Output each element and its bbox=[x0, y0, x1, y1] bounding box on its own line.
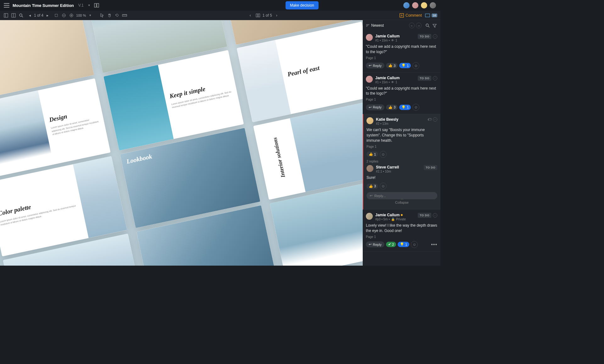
bulb-reaction[interactable]: 💡 1 bbox=[399, 105, 411, 110]
user-avatar-1[interactable] bbox=[403, 2, 410, 9]
card-title: Interior solutions bbox=[271, 137, 286, 178]
resolve-icon[interactable]: ✓ bbox=[433, 76, 437, 80]
comment-item-selected[interactable]: Katie Beesly #2 • 13m 🏷 ✓ We can't say "… bbox=[363, 114, 440, 210]
zoom-value[interactable]: 100 % bbox=[76, 14, 86, 17]
comment-text: Lovely view! I like the way the depth dr… bbox=[366, 223, 437, 234]
comment-meta: #p3 • 5m • bbox=[375, 218, 390, 221]
search-icon[interactable] bbox=[18, 13, 24, 18]
fit-icon[interactable] bbox=[53, 13, 59, 18]
svg-rect-19 bbox=[256, 14, 258, 17]
add-reaction-icon[interactable]: ☺ bbox=[380, 183, 387, 190]
spread-prev-icon[interactable]: ‹ bbox=[248, 13, 253, 18]
panel-split-icon[interactable] bbox=[11, 13, 16, 18]
thumbs-up-reaction[interactable]: 👍 3 bbox=[386, 105, 398, 110]
comment-author: Steve Carrell bbox=[376, 165, 421, 169]
svg-line-7 bbox=[22, 16, 23, 17]
comment-meta: #1 • 15m • bbox=[375, 80, 390, 84]
status-badge[interactable]: TO DO bbox=[418, 76, 431, 81]
comment-page: Page 1 bbox=[366, 56, 437, 60]
pointer-icon[interactable] bbox=[99, 13, 105, 18]
check-reaction[interactable]: ✔ 2 bbox=[386, 242, 396, 247]
zoom-out-icon[interactable] bbox=[61, 13, 67, 18]
svg-rect-0 bbox=[94, 3, 96, 7]
rotate-icon[interactable] bbox=[114, 13, 120, 18]
zoom-dropdown-icon[interactable]: ▼ bbox=[89, 14, 92, 17]
filter-icon[interactable] bbox=[432, 23, 437, 28]
add-reaction-icon[interactable]: ☺ bbox=[412, 104, 419, 111]
sort-dropdown[interactable]: Newest bbox=[366, 23, 406, 28]
screens-button[interactable]: 16 bbox=[425, 13, 437, 18]
ruler-icon[interactable] bbox=[122, 13, 127, 18]
resolve-icon[interactable]: ✓ bbox=[433, 213, 437, 218]
comment-item[interactable]: Jamie Callum #p3 • 5m •🔒Private TO DO ✓ … bbox=[363, 210, 440, 251]
sort-label: Newest bbox=[371, 23, 384, 28]
status-badge[interactable]: TO DO bbox=[418, 213, 431, 218]
comment-page: Page 1 bbox=[366, 235, 437, 239]
screens-count: 16 bbox=[432, 14, 437, 17]
avatar bbox=[366, 76, 373, 83]
add-reaction-icon[interactable]: ☺ bbox=[380, 151, 387, 158]
add-reaction-icon[interactable]: ☺ bbox=[411, 241, 418, 248]
spread-indicator: 1 of 5 bbox=[263, 13, 272, 18]
card-title: Pearl of east bbox=[287, 55, 363, 78]
make-decision-button[interactable]: Make decision bbox=[286, 1, 319, 9]
page-next-icon[interactable]: ▸ bbox=[45, 13, 50, 18]
document-version[interactable]: V.1 bbox=[78, 3, 84, 8]
comment-label: Comment bbox=[405, 13, 422, 18]
user-avatar-2[interactable] bbox=[411, 2, 419, 9]
menu-icon[interactable] bbox=[4, 3, 9, 8]
page-prev-icon[interactable]: ◂ bbox=[27, 13, 33, 18]
view-count: 1 bbox=[395, 80, 397, 84]
status-badge[interactable]: TO DO bbox=[424, 165, 437, 170]
comment-text: "Could we add a copyright mark here next… bbox=[366, 86, 437, 97]
lock-icon: 🔒 bbox=[391, 218, 395, 221]
bulb-reaction[interactable]: 💡 1 bbox=[398, 242, 409, 247]
privacy-label: Private bbox=[396, 218, 406, 221]
canvas-area[interactable]: DesignLorem ipsum dolor sit amet, consec… bbox=[0, 20, 363, 266]
add-reaction-icon[interactable]: ☺ bbox=[412, 62, 419, 69]
user-avatar-4[interactable] bbox=[429, 2, 437, 9]
svg-rect-8 bbox=[55, 14, 58, 17]
book-icon[interactable] bbox=[94, 3, 99, 8]
thumbs-up-reaction[interactable]: 👍 3 bbox=[366, 184, 378, 189]
resolve-icon[interactable]: ✓ bbox=[433, 34, 437, 39]
reply-button[interactable]: ↩ Reply bbox=[366, 104, 384, 110]
comment-page: Page 1 bbox=[366, 98, 437, 101]
reply-button[interactable]: ↩ Reply bbox=[366, 63, 384, 69]
comment-reply: Steve Carrell #2.1 • 10m TO DO Sure! 👍 3… bbox=[366, 165, 437, 190]
svg-point-28 bbox=[426, 24, 428, 26]
svg-point-6 bbox=[20, 14, 22, 16]
nav-prev-icon[interactable]: ← bbox=[409, 23, 415, 28]
eye-icon: 👁 bbox=[391, 39, 394, 42]
page-indicator: 1 of 4 bbox=[34, 13, 43, 18]
more-icon[interactable]: ••• bbox=[431, 242, 437, 247]
status-badge[interactable]: TO DO bbox=[418, 34, 431, 39]
thumbs-up-reaction[interactable]: 👍 3 bbox=[386, 63, 398, 68]
svg-rect-20 bbox=[258, 14, 260, 17]
comment-button[interactable]: Comment bbox=[400, 13, 422, 18]
comment-item[interactable]: Jamie Callum #1 • 15m •👁1 TO DO ✓ "Could… bbox=[363, 73, 440, 114]
panel-left-icon[interactable] bbox=[3, 13, 9, 18]
bulb-reaction[interactable]: 💡 1 bbox=[399, 63, 411, 68]
comment-author: Jamie Callum bbox=[375, 34, 415, 38]
comment-page: Page 1 bbox=[366, 145, 437, 148]
avatar bbox=[366, 34, 373, 41]
user-avatar-3[interactable] bbox=[420, 2, 428, 9]
comment-item[interactable]: Jamie Callum #1 • 15m •👁1 TO DO ✓ "Could… bbox=[363, 31, 440, 73]
reply-button[interactable]: ↩ Reply bbox=[366, 241, 384, 247]
tag-icon[interactable]: 🏷 bbox=[428, 117, 431, 122]
hand-icon[interactable] bbox=[107, 13, 112, 18]
comment-text: Sure! bbox=[366, 175, 437, 180]
resolve-icon[interactable]: ✓ bbox=[433, 117, 437, 122]
collapse-button[interactable]: Collapse bbox=[366, 199, 437, 206]
card-title: Lookbook bbox=[126, 153, 153, 165]
spread-next-icon[interactable]: › bbox=[274, 13, 280, 18]
panel-search-icon[interactable] bbox=[425, 23, 430, 28]
replies-count: 2 replies bbox=[366, 160, 437, 163]
nav-next-icon[interactable]: → bbox=[416, 23, 422, 28]
svg-rect-24 bbox=[425, 14, 430, 17]
svg-rect-1 bbox=[97, 3, 99, 7]
chevron-down-icon[interactable]: ▼ bbox=[88, 4, 91, 7]
thumbs-up-reaction[interactable]: 👍 1 bbox=[366, 152, 378, 157]
zoom-in-icon[interactable] bbox=[69, 13, 74, 18]
